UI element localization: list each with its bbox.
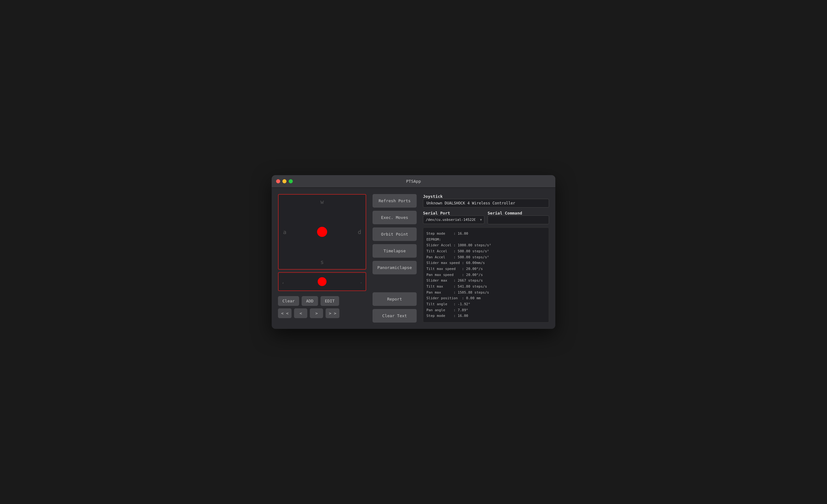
log-line: Tilt max speed : 20.00°/s — [426, 266, 545, 272]
joystick-pad: w s a d — [278, 194, 366, 270]
label-d: d — [358, 229, 361, 235]
joystick-section: Joystick Unknown DUALSHOCK 4 Wireless Co… — [423, 194, 549, 208]
log-line: Tilt max : 541.80 steps/s — [426, 284, 545, 290]
maximize-button[interactable] — [289, 179, 293, 183]
log-line: Slider Accel : 1000.00 steps/s² — [426, 243, 545, 249]
log-line: Pan max : 1505.88 steps/s — [426, 290, 545, 296]
log-area[interactable]: Step mode : 16.00EEPROM:Slider Accel : 1… — [423, 228, 549, 322]
traffic-lights — [276, 179, 293, 183]
exec-moves-button[interactable]: Exec. Moves — [373, 211, 417, 224]
left-panel: w s a d , . Clear ADD EDIT < < — [278, 194, 366, 322]
control-buttons: Clear ADD EDIT < < < > > > — [278, 296, 366, 318]
log-line: EEPROM: — [426, 237, 545, 243]
log-line: Pan angle : 7.89° — [426, 307, 545, 313]
panoramiclapse-button[interactable]: Panoramiclapse — [373, 261, 417, 274]
action-buttons-row: Clear ADD EDIT — [278, 296, 366, 306]
middle-bottom: Report Clear Text — [373, 292, 417, 322]
log-line: Slider max : 2667 steps/s — [426, 278, 545, 284]
serial-command-input[interactable] — [488, 215, 549, 224]
nav-buttons-row: < < < > > > — [278, 308, 366, 318]
slider-dot — [318, 277, 327, 286]
nav-prev-prev-button[interactable]: < < — [278, 308, 292, 318]
serial-command-label: Serial Command — [488, 211, 549, 215]
log-line: Step mode : 16.00 — [426, 313, 545, 319]
log-line: Tilt Accel : 500.00 steps/s² — [426, 249, 545, 255]
log-line: Step mode : 16.00 — [426, 231, 545, 237]
middle-panel: Refresh Ports Exec. Moves Orbit Point Ti… — [373, 194, 417, 322]
log-line: Slider max speed : 60.00mm/s — [426, 260, 545, 266]
edit-button[interactable]: EDIT — [321, 296, 339, 306]
nav-next-button[interactable]: > — [310, 308, 323, 318]
titlebar: PTSApp — [272, 175, 555, 188]
port-command-row: Serial Port /dev/cu.usbserial-145220 ▼ S… — [423, 211, 549, 224]
port-column: Serial Port /dev/cu.usbserial-145220 ▼ — [423, 211, 484, 224]
right-panel: Joystick Unknown DUALSHOCK 4 Wireless Co… — [423, 194, 549, 322]
label-a: a — [283, 229, 287, 235]
log-line: Tilt angle : -1.92° — [426, 301, 545, 307]
clear-text-button[interactable]: Clear Text — [373, 309, 417, 322]
joystick-display: Unknown DUALSHOCK 4 Wireless Controller — [423, 199, 549, 208]
window-title: PTSApp — [406, 179, 421, 184]
serial-port-select-wrapper: /dev/cu.usbserial-145220 ▼ — [423, 215, 484, 224]
label-comma: , — [282, 279, 284, 284]
nav-prev-button[interactable]: < — [294, 308, 307, 318]
orbit-point-button[interactable]: Orbit Point — [373, 228, 417, 241]
serial-port-label: Serial Port — [423, 211, 484, 215]
label-s: s — [321, 259, 324, 265]
refresh-ports-button[interactable]: Refresh Ports — [373, 194, 417, 208]
log-line: Pan Accel : 500.00 steps/s² — [426, 255, 545, 260]
close-button[interactable] — [276, 179, 280, 183]
minimize-button[interactable] — [282, 179, 287, 183]
command-column: Serial Command — [488, 211, 549, 224]
report-button[interactable]: Report — [373, 292, 417, 306]
label-w: w — [321, 198, 324, 205]
log-line: Slider position : 0.00 mm — [426, 296, 545, 301]
nav-next-next-button[interactable]: > > — [326, 308, 339, 318]
main-content: w s a d , . Clear ADD EDIT < < — [272, 188, 555, 329]
app-window: PTSApp w s a d , . Clear ADD — [272, 175, 555, 329]
joystick-section-label: Joystick — [423, 194, 549, 199]
serial-port-select[interactable]: /dev/cu.usbserial-145220 — [423, 215, 484, 224]
log-line: Pan max speed : 20.00°/s — [426, 272, 545, 278]
timelapse-button[interactable]: Timelapse — [373, 244, 417, 258]
slider-pad: , . — [278, 272, 366, 291]
label-period: . — [360, 279, 362, 284]
clear-button[interactable]: Clear — [278, 296, 299, 306]
add-button[interactable]: ADD — [302, 296, 318, 306]
joystick-dot — [317, 227, 327, 237]
